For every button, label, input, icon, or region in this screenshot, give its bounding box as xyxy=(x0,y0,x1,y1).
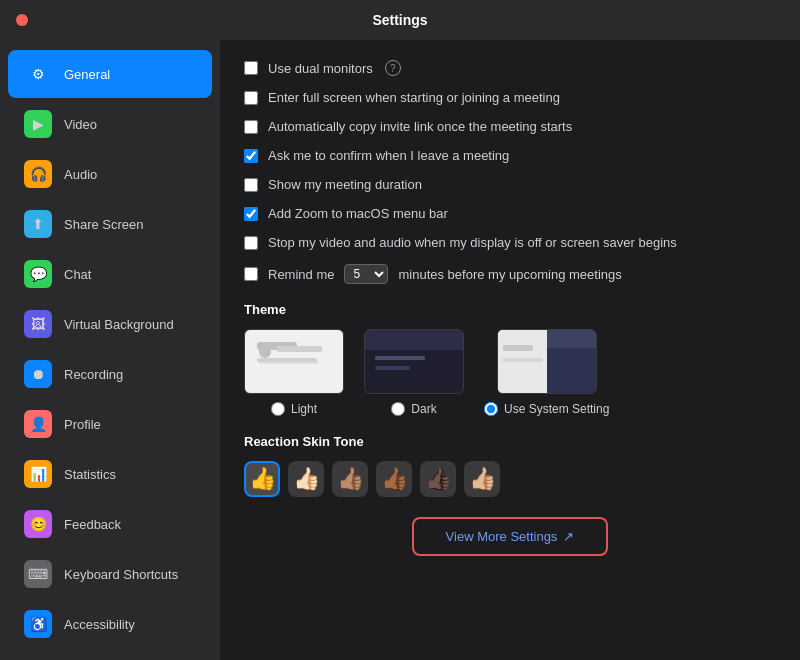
share-screen-icon: ⬆ xyxy=(24,210,52,238)
sidebar-label-recording: Recording xyxy=(64,367,123,382)
sidebar-label-general: General xyxy=(64,67,110,82)
checkbox-row-copy-invite: Automatically copy invite link once the … xyxy=(244,119,776,134)
remind-me-row: Remind me51015minutes before my upcoming… xyxy=(244,264,776,284)
sidebar-item-virtual-background[interactable]: 🖼Virtual Background xyxy=(8,300,212,348)
theme-item-light[interactable]: Light xyxy=(244,329,344,416)
sidebar-label-virtual-background: Virtual Background xyxy=(64,317,174,332)
theme-label-row-system: Use System Setting xyxy=(484,402,609,416)
checkbox-confirm-leave[interactable] xyxy=(244,149,258,163)
chat-icon: 💬 xyxy=(24,260,52,288)
checkbox-menu-bar[interactable] xyxy=(244,207,258,221)
content-area: Use dual monitors?Enter full screen when… xyxy=(220,40,800,660)
skin-tone-btn-2[interactable]: 👍🏽 xyxy=(332,461,368,497)
video-icon: ▶ xyxy=(24,110,52,138)
sidebar-label-share-screen: Share Screen xyxy=(64,217,144,232)
remind-prefix: Remind me xyxy=(268,267,334,282)
skin-tone-btn-3[interactable]: 👍🏾 xyxy=(376,461,412,497)
checkbox-label-menu-bar: Add Zoom to macOS menu bar xyxy=(268,206,448,221)
theme-preview-system xyxy=(497,329,597,394)
sidebar-item-audio[interactable]: 🎧Audio xyxy=(8,150,212,198)
sidebar-item-feedback[interactable]: 😊Feedback xyxy=(8,500,212,548)
skin-tone-btn-4[interactable]: 👍🏿 xyxy=(420,461,456,497)
theme-label-row-dark: Dark xyxy=(391,402,436,416)
checkbox-meeting-duration[interactable] xyxy=(244,178,258,192)
checkbox-dual-monitors[interactable] xyxy=(244,61,258,75)
title-bar: Settings xyxy=(0,0,800,40)
sidebar-item-profile[interactable]: 👤Profile xyxy=(8,400,212,448)
remind-me-checkbox[interactable] xyxy=(244,267,258,281)
view-more-section: View More Settings↗ xyxy=(244,517,776,556)
sidebar-item-statistics[interactable]: 📊Statistics xyxy=(8,450,212,498)
theme-preview-light xyxy=(244,329,344,394)
skin-tone-btn-1[interactable]: 👍🏻 xyxy=(288,461,324,497)
sidebar-label-statistics: Statistics xyxy=(64,467,116,482)
sidebar-label-audio: Audio xyxy=(64,167,97,182)
checkbox-row-meeting-duration: Show my meeting duration xyxy=(244,177,776,192)
view-more-settings-button[interactable]: View More Settings↗ xyxy=(412,517,609,556)
sidebar: ⚙General▶Video🎧Audio⬆Share Screen💬Chat🖼V… xyxy=(0,40,220,660)
general-icon: ⚙ xyxy=(24,60,52,88)
sidebar-item-keyboard-shortcuts[interactable]: ⌨Keyboard Shortcuts xyxy=(8,550,212,598)
sidebar-item-general[interactable]: ⚙General xyxy=(8,50,212,98)
theme-label-system: Use System Setting xyxy=(504,402,609,416)
sidebar-item-recording[interactable]: ⏺Recording xyxy=(8,350,212,398)
sidebar-item-video[interactable]: ▶Video xyxy=(8,100,212,148)
help-icon[interactable]: ? xyxy=(385,60,401,76)
checkbox-label-dual-monitors: Use dual monitors xyxy=(268,61,373,76)
checkbox-row-stop-video-audio: Stop my video and audio when my display … xyxy=(244,235,776,250)
sidebar-label-feedback: Feedback xyxy=(64,517,121,532)
checkbox-row-full-screen: Enter full screen when starting or joini… xyxy=(244,90,776,105)
sidebar-label-chat: Chat xyxy=(64,267,91,282)
checkbox-label-stop-video-audio: Stop my video and audio when my display … xyxy=(268,235,677,250)
checkbox-full-screen[interactable] xyxy=(244,91,258,105)
theme-options-row: LightDarkUse System Setting xyxy=(244,329,776,416)
checkbox-label-copy-invite: Automatically copy invite link once the … xyxy=(268,119,572,134)
theme-radio-light[interactable] xyxy=(271,402,285,416)
theme-item-system[interactable]: Use System Setting xyxy=(484,329,609,416)
remind-suffix: minutes before my upcoming meetings xyxy=(398,267,621,282)
checkbox-label-full-screen: Enter full screen when starting or joini… xyxy=(268,90,560,105)
sidebar-item-accessibility[interactable]: ♿Accessibility xyxy=(8,600,212,648)
sidebar-label-keyboard-shortcuts: Keyboard Shortcuts xyxy=(64,567,178,582)
feedback-icon: 😊 xyxy=(24,510,52,538)
checkbox-row-dual-monitors: Use dual monitors? xyxy=(244,60,776,76)
theme-label-dark: Dark xyxy=(411,402,436,416)
theme-section-title: Theme xyxy=(244,302,776,317)
profile-icon: 👤 xyxy=(24,410,52,438)
checkbox-row-confirm-leave: Ask me to confirm when I leave a meeting xyxy=(244,148,776,163)
sidebar-label-profile: Profile xyxy=(64,417,101,432)
accessibility-icon: ♿ xyxy=(24,610,52,638)
keyboard-shortcuts-icon: ⌨ xyxy=(24,560,52,588)
sidebar-item-chat[interactable]: 💬Chat xyxy=(8,250,212,298)
audio-icon: 🎧 xyxy=(24,160,52,188)
theme-radio-system[interactable] xyxy=(484,402,498,416)
recording-icon: ⏺ xyxy=(24,360,52,388)
remind-minutes-select[interactable]: 51015 xyxy=(344,264,388,284)
sidebar-item-share-screen[interactable]: ⬆Share Screen xyxy=(8,200,212,248)
sidebar-label-video: Video xyxy=(64,117,97,132)
theme-radio-dark[interactable] xyxy=(391,402,405,416)
checkbox-row-menu-bar: Add Zoom to macOS menu bar xyxy=(244,206,776,221)
theme-label-light: Light xyxy=(291,402,317,416)
statistics-icon: 📊 xyxy=(24,460,52,488)
theme-preview-dark xyxy=(364,329,464,394)
skin-tone-section-title: Reaction Skin Tone xyxy=(244,434,776,449)
sidebar-label-accessibility: Accessibility xyxy=(64,617,135,632)
checkbox-label-meeting-duration: Show my meeting duration xyxy=(268,177,422,192)
theme-label-row-light: Light xyxy=(271,402,317,416)
close-button[interactable] xyxy=(16,14,28,26)
view-more-label: View More Settings xyxy=(446,529,558,544)
skin-tone-btn-0[interactable]: 👍 xyxy=(244,461,280,497)
skin-tone-row: 👍👍🏻👍🏽👍🏾👍🏿👍🏼 xyxy=(244,461,776,497)
skin-tone-btn-5[interactable]: 👍🏼 xyxy=(464,461,500,497)
external-link-icon: ↗ xyxy=(563,529,574,544)
window-title: Settings xyxy=(372,12,427,28)
checkbox-label-confirm-leave: Ask me to confirm when I leave a meeting xyxy=(268,148,509,163)
checkbox-stop-video-audio[interactable] xyxy=(244,236,258,250)
virtual-background-icon: 🖼 xyxy=(24,310,52,338)
theme-item-dark[interactable]: Dark xyxy=(364,329,464,416)
checkbox-copy-invite[interactable] xyxy=(244,120,258,134)
